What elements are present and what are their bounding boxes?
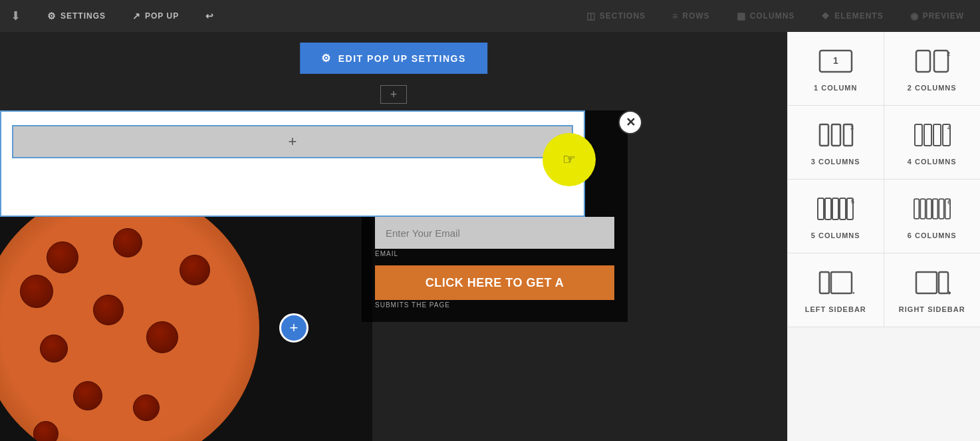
left-sidebar-icon: ◄ [817, 269, 854, 299]
svg-rect-23 [933, 199, 937, 219]
right-sidebar-label: RIGHT SIDEBAR [899, 305, 965, 313]
columns-icon: ▦ [737, 11, 746, 21]
svg-text:2: 2 [947, 51, 950, 57]
preview-label: PREVIEW [923, 11, 964, 21]
svg-rect-15 [825, 198, 831, 220]
elements-icon: ❖ [821, 11, 830, 21]
rows-label: ROWS [682, 11, 709, 21]
svg-text:1: 1 [833, 55, 838, 66]
svg-rect-14 [818, 198, 824, 220]
add-row-icon: + [289, 133, 297, 150]
svg-rect-2 [916, 51, 930, 72]
canvas-area: ⚙ EDIT POP UP SETTINGS + [0, 32, 787, 441]
nav-preview[interactable]: ◉ PREVIEW [905, 8, 969, 24]
svg-rect-5 [820, 124, 828, 146]
1-column-icon: 1 [817, 48, 854, 77]
svg-text:4: 4 [947, 124, 951, 131]
right-sidebar-icon: ► [914, 269, 951, 299]
preview-icon: ◉ [910, 11, 919, 21]
right-sidebar: 1 1 COLUMN 2 2 COLUMNS [787, 32, 980, 441]
svg-rect-24 [939, 199, 943, 219]
left-sidebar-label: LEFT SIDEBAR [805, 305, 866, 313]
svg-rect-30 [916, 272, 937, 293]
email-input[interactable] [375, 217, 614, 249]
svg-rect-21 [920, 199, 925, 219]
svg-text:5: 5 [851, 198, 854, 205]
nav-columns[interactable]: ▦ COLUMNS [731, 8, 800, 24]
svg-text:◄: ◄ [851, 289, 854, 296]
submits-label: SUBMITS THE PAGE [375, 301, 614, 309]
sections-icon: ◫ [586, 11, 596, 21]
gear-icon: ⚙ [321, 52, 332, 65]
add-section-icon: + [390, 88, 398, 102]
1-column-label: 1 COLUMN [814, 84, 857, 92]
edit-popup-settings-button[interactable]: ⚙ EDIT POP UP SETTINGS [300, 43, 487, 74]
column-option-2[interactable]: 2 2 COLUMNS [884, 32, 981, 106]
svg-rect-16 [832, 198, 838, 220]
6-columns-icon: 6 [914, 196, 951, 225]
cursor-icon: ☞ [562, 151, 576, 168]
svg-text:3: 3 [850, 124, 854, 131]
3-columns-icon: 3 [817, 122, 854, 151]
sections-label: SECTIONS [600, 11, 646, 21]
close-icon: ✕ [626, 115, 636, 130]
4-columns-label: 4 COLUMNS [908, 158, 957, 166]
edit-popup-label: EDIT POP UP SETTINGS [338, 53, 466, 64]
pizza-image [0, 188, 259, 441]
svg-rect-10 [924, 124, 931, 146]
column-option-1[interactable]: 1 1 COLUMN [788, 32, 884, 106]
add-row-circle-button[interactable]: + [279, 313, 308, 343]
svg-rect-28 [831, 272, 852, 293]
column-option-4[interactable]: 4 4 COLUMNS [884, 106, 981, 180]
yellow-indicator: ☞ [543, 133, 596, 186]
nav-right: ◫ SECTIONS ≡ ROWS ▦ COLUMNS ❖ ELEMENTS ◉… [581, 8, 969, 24]
email-field-label: EMAIL [375, 250, 614, 257]
svg-rect-6 [832, 124, 840, 146]
popup-row-editor: + [1, 112, 584, 169]
popup-icon: ↗ [132, 11, 141, 21]
cta-button[interactable]: Click Here To Get A [375, 265, 614, 300]
column-option-right-sidebar[interactable]: ► RIGHT SIDEBAR [884, 253, 981, 327]
settings-label: SETTINGS [61, 11, 106, 21]
nav-undo[interactable]: ↩ [200, 8, 219, 24]
svg-rect-11 [933, 124, 941, 146]
nav-rows[interactable]: ≡ ROWS [667, 8, 715, 24]
undo-icon: ↩ [205, 11, 214, 21]
main-area: ⚙ EDIT POP UP SETTINGS + [0, 32, 980, 441]
settings-icon: ⚙ [47, 11, 57, 21]
2-columns-label: 2 COLUMNS [908, 84, 957, 92]
svg-text:►: ► [947, 289, 951, 296]
svg-rect-3 [934, 51, 948, 72]
top-nav: ⬇ ⚙ SETTINGS ↗ POP UP ↩ ◫ SECTIONS ≡ ROW… [0, 0, 980, 32]
columns-label: COLUMNS [750, 11, 795, 21]
add-row-circle-icon: + [290, 319, 299, 337]
popup-overlay: + [0, 110, 585, 217]
column-option-3[interactable]: 3 3 COLUMNS [788, 106, 884, 180]
nav-settings[interactable]: ⚙ SETTINGS [42, 8, 111, 24]
svg-text:6: 6 [947, 199, 951, 206]
nav-elements[interactable]: ❖ ELEMENTS [816, 8, 888, 24]
2-columns-icon: 2 [914, 48, 951, 77]
rows-icon: ≡ [672, 11, 678, 21]
svg-rect-31 [939, 272, 948, 293]
3-columns-label: 3 COLUMNS [811, 158, 860, 166]
nav-logo: ⬇ [11, 9, 21, 23]
column-option-left-sidebar[interactable]: ◄ LEFT SIDEBAR [788, 253, 884, 327]
6-columns-label: 6 COLUMNS [908, 231, 957, 239]
nav-popup[interactable]: ↗ POP UP [127, 8, 184, 24]
svg-rect-22 [926, 199, 931, 219]
add-row-button[interactable]: + [12, 125, 573, 158]
svg-rect-9 [915, 124, 922, 146]
svg-rect-20 [914, 199, 919, 219]
close-button[interactable]: ✕ [618, 110, 642, 134]
popup-label: POP UP [145, 11, 179, 21]
svg-rect-27 [820, 272, 829, 293]
elements-label: ELEMENTS [834, 11, 883, 21]
column-option-6[interactable]: 6 6 COLUMNS [884, 180, 981, 253]
5-columns-label: 5 COLUMNS [811, 231, 860, 239]
nav-sections[interactable]: ◫ SECTIONS [581, 8, 651, 24]
column-option-5[interactable]: 5 5 COLUMNS [788, 180, 884, 253]
5-columns-icon: 5 [817, 196, 854, 225]
svg-rect-17 [840, 198, 846, 220]
add-section-button[interactable]: + [380, 85, 407, 104]
